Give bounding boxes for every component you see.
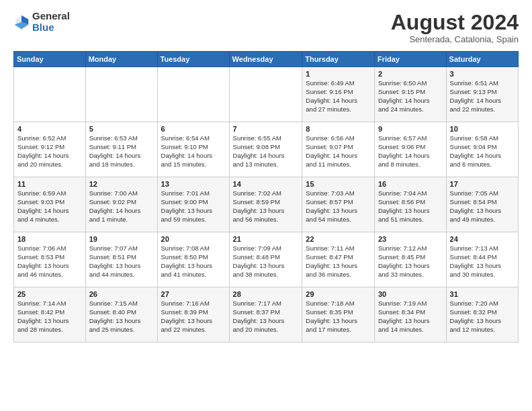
calendar-day-cell: 24Sunrise: 7:13 AM Sunset: 8:44 PM Dayli… <box>446 232 518 287</box>
calendar-table: SundayMondayTuesdayWednesdayThursdayFrid… <box>13 51 519 342</box>
day-number: 29 <box>306 290 371 298</box>
calendar-day-cell: 29Sunrise: 7:18 AM Sunset: 8:35 PM Dayli… <box>302 287 375 342</box>
calendar-day-cell: 31Sunrise: 7:20 AM Sunset: 8:32 PM Dayli… <box>446 287 518 342</box>
day-number: 23 <box>378 235 443 243</box>
day-number: 13 <box>161 180 226 188</box>
calendar-week-row: 11Sunrise: 6:59 AM Sunset: 9:03 PM Dayli… <box>14 177 519 232</box>
day-number: 30 <box>378 290 443 298</box>
calendar-day-cell: 7Sunrise: 6:55 AM Sunset: 9:08 PM Daylig… <box>229 122 302 177</box>
calendar-week-row: 4Sunrise: 6:52 AM Sunset: 9:12 PM Daylig… <box>14 122 519 177</box>
calendar-day-cell: 28Sunrise: 7:17 AM Sunset: 8:37 PM Dayli… <box>229 287 302 342</box>
location-subtitle: Senterada, Catalonia, Spain <box>391 34 519 44</box>
day-info: Sunrise: 7:04 AM Sunset: 8:56 PM Dayligh… <box>378 189 443 224</box>
day-number: 10 <box>450 125 515 133</box>
day-info: Sunrise: 6:53 AM Sunset: 9:11 PM Dayligh… <box>89 134 154 169</box>
day-number: 31 <box>450 290 515 298</box>
logo: General Blue <box>13 11 70 33</box>
calendar-day-cell <box>229 67 302 122</box>
day-info: Sunrise: 7:07 AM Sunset: 8:51 PM Dayligh… <box>89 244 154 279</box>
calendar-day-cell: 2Sunrise: 6:50 AM Sunset: 9:15 PM Daylig… <box>374 67 446 122</box>
calendar-day-cell: 13Sunrise: 7:01 AM Sunset: 9:00 PM Dayli… <box>157 177 229 232</box>
day-number: 8 <box>306 125 371 133</box>
day-info: Sunrise: 6:56 AM Sunset: 9:07 PM Dayligh… <box>306 134 371 169</box>
calendar-day-cell: 26Sunrise: 7:15 AM Sunset: 8:40 PM Dayli… <box>85 287 157 342</box>
calendar-day-cell: 14Sunrise: 7:02 AM Sunset: 8:59 PM Dayli… <box>229 177 302 232</box>
calendar-day-cell: 1Sunrise: 6:49 AM Sunset: 9:16 PM Daylig… <box>302 67 375 122</box>
day-info: Sunrise: 7:11 AM Sunset: 8:47 PM Dayligh… <box>306 244 371 279</box>
logo-general-text: General <box>32 10 70 21</box>
day-number: 3 <box>450 70 515 78</box>
calendar-day-cell: 11Sunrise: 6:59 AM Sunset: 9:03 PM Dayli… <box>14 177 86 232</box>
day-info: Sunrise: 7:14 AM Sunset: 8:42 PM Dayligh… <box>17 300 82 334</box>
title-block: August 2024 Senterada, Catalonia, Spain <box>391 11 519 44</box>
day-number: 28 <box>233 290 299 298</box>
calendar-day-cell: 17Sunrise: 7:05 AM Sunset: 8:54 PM Dayli… <box>446 177 518 232</box>
day-info: Sunrise: 7:18 AM Sunset: 8:35 PM Dayligh… <box>306 300 371 334</box>
calendar-day-cell: 10Sunrise: 6:58 AM Sunset: 9:04 PM Dayli… <box>446 122 518 177</box>
day-number: 16 <box>378 180 443 188</box>
day-info: Sunrise: 6:57 AM Sunset: 9:06 PM Dayligh… <box>378 134 443 169</box>
day-info: Sunrise: 6:59 AM Sunset: 9:03 PM Dayligh… <box>17 189 82 224</box>
calendar-day-cell: 22Sunrise: 7:11 AM Sunset: 8:47 PM Dayli… <box>302 232 375 287</box>
calendar-day-cell: 27Sunrise: 7:16 AM Sunset: 8:39 PM Dayli… <box>157 287 229 342</box>
calendar-day-cell <box>157 67 229 122</box>
day-info: Sunrise: 7:08 AM Sunset: 8:50 PM Dayligh… <box>161 244 226 279</box>
day-info: Sunrise: 7:20 AM Sunset: 8:32 PM Dayligh… <box>450 300 515 334</box>
calendar-day-cell: 15Sunrise: 7:03 AM Sunset: 8:57 PM Dayli… <box>302 177 375 232</box>
weekday-header: Tuesday <box>157 52 229 67</box>
calendar-day-cell: 8Sunrise: 6:56 AM Sunset: 9:07 PM Daylig… <box>302 122 375 177</box>
day-number: 27 <box>161 290 226 298</box>
day-number: 25 <box>17 290 82 298</box>
logo-blue-text: Blue <box>32 21 54 33</box>
weekday-header: Sunday <box>14 52 86 67</box>
day-info: Sunrise: 7:19 AM Sunset: 8:34 PM Dayligh… <box>378 300 443 334</box>
day-info: Sunrise: 7:09 AM Sunset: 8:48 PM Dayligh… <box>233 244 299 279</box>
day-number: 2 <box>378 70 443 78</box>
day-info: Sunrise: 7:02 AM Sunset: 8:59 PM Dayligh… <box>233 189 299 224</box>
page: General Blue August 2024 Senterada, Cata… <box>0 0 532 411</box>
calendar-day-cell: 5Sunrise: 6:53 AM Sunset: 9:11 PM Daylig… <box>85 122 157 177</box>
calendar-header-row: SundayMondayTuesdayWednesdayThursdayFrid… <box>14 52 519 67</box>
day-info: Sunrise: 7:01 AM Sunset: 9:00 PM Dayligh… <box>161 189 226 224</box>
day-number: 14 <box>233 180 299 188</box>
day-info: Sunrise: 6:50 AM Sunset: 9:15 PM Dayligh… <box>378 79 443 113</box>
day-info: Sunrise: 7:12 AM Sunset: 8:45 PM Dayligh… <box>378 244 443 279</box>
calendar-day-cell <box>85 67 157 122</box>
calendar-day-cell: 18Sunrise: 7:06 AM Sunset: 8:53 PM Dayli… <box>14 232 86 287</box>
calendar-day-cell: 6Sunrise: 6:54 AM Sunset: 9:10 PM Daylig… <box>157 122 229 177</box>
day-number: 1 <box>306 70 371 78</box>
calendar-day-cell: 30Sunrise: 7:19 AM Sunset: 8:34 PM Dayli… <box>374 287 446 342</box>
day-number: 4 <box>17 125 82 133</box>
day-number: 17 <box>450 180 515 188</box>
calendar-week-row: 18Sunrise: 7:06 AM Sunset: 8:53 PM Dayli… <box>14 232 519 287</box>
day-number: 18 <box>17 235 82 243</box>
day-info: Sunrise: 7:17 AM Sunset: 8:37 PM Dayligh… <box>233 300 299 334</box>
day-info: Sunrise: 7:03 AM Sunset: 8:57 PM Dayligh… <box>306 189 371 224</box>
day-info: Sunrise: 7:15 AM Sunset: 8:40 PM Dayligh… <box>89 300 154 334</box>
calendar-day-cell: 16Sunrise: 7:04 AM Sunset: 8:56 PM Dayli… <box>374 177 446 232</box>
day-number: 15 <box>306 180 371 188</box>
day-info: Sunrise: 7:05 AM Sunset: 8:54 PM Dayligh… <box>450 189 515 224</box>
calendar-day-cell: 12Sunrise: 7:00 AM Sunset: 9:02 PM Dayli… <box>85 177 157 232</box>
day-info: Sunrise: 6:51 AM Sunset: 9:13 PM Dayligh… <box>450 79 515 113</box>
calendar-week-row: 25Sunrise: 7:14 AM Sunset: 8:42 PM Dayli… <box>14 287 519 342</box>
weekday-header: Wednesday <box>229 52 302 67</box>
day-number: 5 <box>89 125 154 133</box>
day-number: 12 <box>89 180 154 188</box>
weekday-header: Monday <box>85 52 157 67</box>
day-info: Sunrise: 7:13 AM Sunset: 8:44 PM Dayligh… <box>450 244 515 279</box>
calendar-day-cell: 21Sunrise: 7:09 AM Sunset: 8:48 PM Dayli… <box>229 232 302 287</box>
calendar-day-cell: 3Sunrise: 6:51 AM Sunset: 9:13 PM Daylig… <box>446 67 518 122</box>
calendar-day-cell <box>14 67 86 122</box>
day-info: Sunrise: 7:16 AM Sunset: 8:39 PM Dayligh… <box>161 300 226 334</box>
day-number: 19 <box>89 235 154 243</box>
calendar-day-cell: 20Sunrise: 7:08 AM Sunset: 8:50 PM Dayli… <box>157 232 229 287</box>
day-info: Sunrise: 6:49 AM Sunset: 9:16 PM Dayligh… <box>306 79 371 113</box>
day-info: Sunrise: 7:06 AM Sunset: 8:53 PM Dayligh… <box>17 244 82 279</box>
day-number: 6 <box>161 125 226 133</box>
day-number: 20 <box>161 235 226 243</box>
day-number: 22 <box>306 235 371 243</box>
day-number: 24 <box>450 235 515 243</box>
day-info: Sunrise: 6:58 AM Sunset: 9:04 PM Dayligh… <box>450 134 515 169</box>
weekday-header: Saturday <box>446 52 518 67</box>
